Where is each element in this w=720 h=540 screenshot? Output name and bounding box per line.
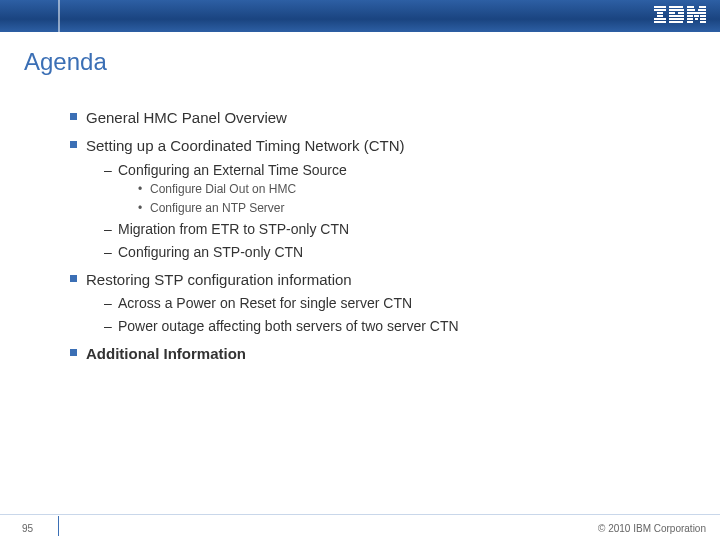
- square-bullet-icon: [70, 349, 77, 356]
- svg-rect-2: [657, 12, 663, 14]
- agenda-subsubitem: Configure an NTP Server: [138, 200, 690, 216]
- svg-rect-12: [669, 21, 683, 23]
- svg-rect-26: [700, 18, 706, 20]
- agenda-subitem: Configuring an STP-only CTN: [104, 243, 690, 262]
- svg-rect-8: [669, 12, 675, 14]
- agenda-subitem: Across a Power on Reset for single serve…: [104, 294, 690, 313]
- svg-rect-5: [654, 21, 666, 23]
- agenda-item: General HMC Panel Overview: [70, 108, 690, 128]
- square-bullet-icon: [70, 275, 77, 282]
- svg-rect-19: [693, 12, 700, 14]
- svg-rect-13: [678, 15, 684, 17]
- svg-rect-6: [669, 6, 683, 8]
- agenda-content: General HMC Panel Overview Setting up a …: [70, 100, 690, 368]
- svg-rect-27: [687, 21, 693, 23]
- footer-divider: [58, 516, 59, 536]
- agenda-item-label: Setting up a Coordinated Timing Network …: [86, 137, 404, 154]
- footer-line: [0, 514, 720, 515]
- agenda-item-label: Additional Information: [86, 345, 246, 362]
- svg-rect-7: [669, 9, 684, 11]
- ibm-logo: [654, 6, 706, 24]
- page-title: Agenda: [24, 48, 107, 76]
- agenda-item-label: General HMC Panel Overview: [86, 109, 287, 126]
- agenda-item: Additional Information: [70, 344, 690, 364]
- agenda-subitem-label: Configuring an STP-only CTN: [118, 244, 303, 260]
- svg-rect-28: [700, 21, 706, 23]
- agenda-item-label: Restoring STP configuration information: [86, 271, 352, 288]
- agenda-subsubitem: Configure Dial Out on HMC: [138, 181, 690, 197]
- agenda-subitem-label: Power outage affecting both servers of t…: [118, 318, 459, 334]
- agenda-subitem: Power outage affecting both servers of t…: [104, 317, 690, 336]
- copyright-text: © 2010 IBM Corporation: [598, 523, 706, 534]
- square-bullet-icon: [70, 113, 77, 120]
- agenda-subitem: Configuring an External Time Source: [104, 161, 690, 180]
- svg-rect-4: [654, 18, 666, 20]
- svg-rect-25: [695, 18, 698, 20]
- agenda-subitem: Migration from ETR to STP-only CTN: [104, 220, 690, 239]
- svg-rect-15: [699, 6, 706, 8]
- square-bullet-icon: [70, 141, 77, 148]
- svg-rect-3: [657, 15, 663, 17]
- svg-rect-22: [694, 15, 699, 17]
- svg-rect-17: [698, 9, 706, 11]
- svg-rect-21: [687, 15, 693, 17]
- agenda-item: Setting up a Coordinated Timing Network …: [70, 136, 690, 156]
- svg-rect-24: [687, 18, 693, 20]
- agenda-item: Restoring STP configuration information: [70, 270, 690, 290]
- svg-rect-0: [654, 6, 666, 8]
- header-divider: [58, 0, 60, 32]
- svg-rect-1: [654, 9, 666, 11]
- footer: 95 © 2010 IBM Corporation: [0, 514, 720, 540]
- page-number: 95: [22, 523, 33, 534]
- svg-rect-9: [678, 12, 684, 14]
- agenda-subitem-label: Across a Power on Reset for single serve…: [118, 295, 412, 311]
- svg-rect-18: [687, 12, 693, 14]
- svg-rect-20: [700, 12, 706, 14]
- svg-rect-14: [687, 6, 694, 8]
- agenda-subsubitem-label: Configure an NTP Server: [150, 201, 285, 215]
- agenda-subitem-label: Configuring an External Time Source: [118, 162, 347, 178]
- svg-rect-11: [669, 18, 684, 20]
- svg-rect-23: [700, 15, 706, 17]
- agenda-subitem-label: Migration from ETR to STP-only CTN: [118, 221, 349, 237]
- svg-rect-16: [687, 9, 695, 11]
- agenda-subsubitem-label: Configure Dial Out on HMC: [150, 182, 296, 196]
- header-bar: [0, 0, 720, 32]
